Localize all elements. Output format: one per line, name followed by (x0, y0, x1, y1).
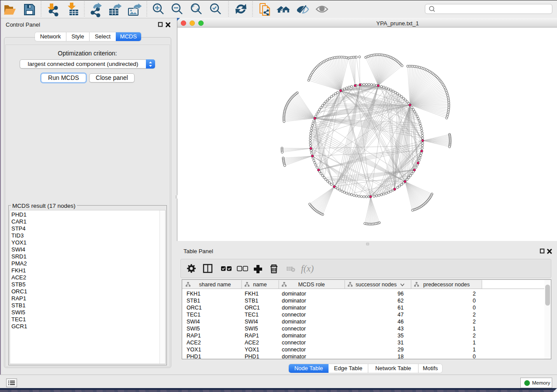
svg-text:29: 29 (398, 347, 404, 353)
svg-text:shared name: shared name (199, 282, 231, 288)
svg-text:FKH1: FKH1 (245, 291, 259, 297)
svg-text:TEC1: TEC1 (187, 312, 201, 318)
svg-text:RAP1: RAP1 (245, 333, 259, 339)
svg-text:RAP1: RAP1 (187, 333, 201, 339)
svg-text:dominator: dominator (282, 354, 306, 359)
svg-text:MCDS role: MCDS role (298, 282, 325, 288)
svg-text:43: 43 (398, 326, 404, 332)
svg-text:2: 2 (473, 291, 476, 297)
svg-text:2: 2 (473, 319, 476, 325)
svg-text:0: 0 (473, 305, 476, 311)
svg-text:SWI4: SWI4 (187, 319, 200, 325)
svg-text:18: 18 (398, 354, 404, 359)
svg-text:SWI5: SWI5 (245, 326, 258, 332)
svg-text:SWI5: SWI5 (187, 326, 200, 332)
svg-text:31: 31 (398, 340, 404, 346)
svg-text:name: name (253, 282, 266, 288)
svg-text:STB1: STB1 (187, 298, 200, 304)
svg-text:connector: connector (282, 312, 306, 318)
svg-text:2: 2 (473, 312, 476, 318)
svg-text:YOX1: YOX1 (245, 347, 259, 353)
svg-text:FKH1: FKH1 (187, 291, 201, 297)
svg-text:STB1: STB1 (245, 298, 258, 304)
svg-text:TEC1: TEC1 (245, 312, 259, 318)
svg-text:1: 1 (473, 340, 476, 346)
svg-text:dominator: dominator (282, 291, 306, 297)
svg-text:ORC1: ORC1 (245, 305, 260, 311)
svg-text:0: 0 (473, 354, 476, 359)
svg-text:46: 46 (398, 319, 404, 325)
svg-text:dominator: dominator (282, 319, 306, 325)
svg-text:dominator: dominator (282, 305, 306, 311)
svg-text:f(x): f(x) (301, 263, 314, 274)
svg-text:predecessor nodes: predecessor nodes (423, 282, 470, 288)
svg-text:1: 1 (473, 326, 476, 332)
svg-text:connector: connector (282, 340, 306, 346)
svg-text:YOX1: YOX1 (187, 347, 201, 353)
svg-text:2: 2 (473, 333, 476, 339)
svg-text:dominator: dominator (282, 333, 306, 339)
svg-text:96: 96 (398, 291, 404, 297)
svg-text:61: 61 (398, 305, 404, 311)
svg-text:SWI4: SWI4 (245, 319, 258, 325)
svg-text:PHD1: PHD1 (187, 354, 201, 359)
svg-text:connector: connector (282, 347, 306, 353)
svg-text:62: 62 (398, 298, 404, 304)
svg-text:ORC1: ORC1 (187, 305, 202, 311)
svg-text:connector: connector (282, 326, 306, 332)
svg-text:PHD1: PHD1 (245, 354, 259, 359)
svg-text:35: 35 (398, 333, 404, 339)
svg-text:dominator: dominator (282, 298, 306, 304)
svg-text:ACE2: ACE2 (187, 340, 201, 346)
svg-text:0: 0 (473, 298, 476, 304)
svg-text:47: 47 (398, 312, 404, 318)
svg-text:successor nodes: successor nodes (356, 282, 397, 288)
svg-text:1: 1 (473, 347, 476, 353)
svg-text:ACE2: ACE2 (245, 340, 259, 346)
